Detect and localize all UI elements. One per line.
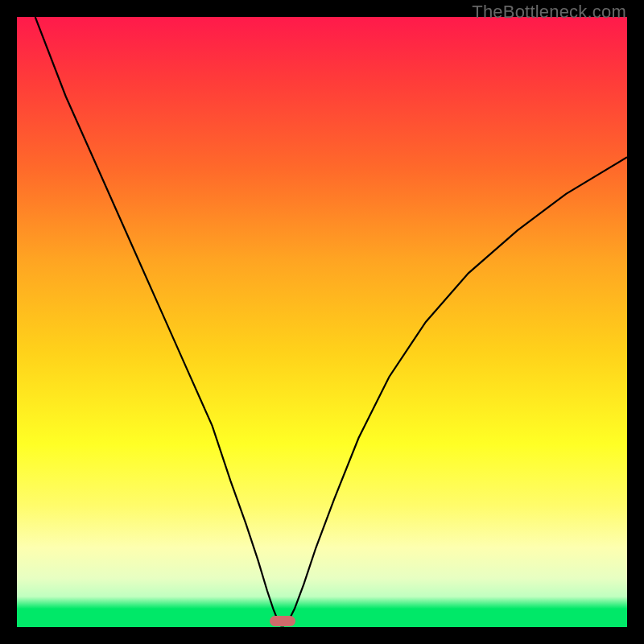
bottleneck-curve — [35, 17, 627, 626]
watermark-text: TheBottleneck.com — [472, 2, 626, 23]
chart-plot-area — [17, 17, 627, 627]
optimal-marker — [270, 616, 295, 626]
curve-svg — [17, 17, 627, 627]
